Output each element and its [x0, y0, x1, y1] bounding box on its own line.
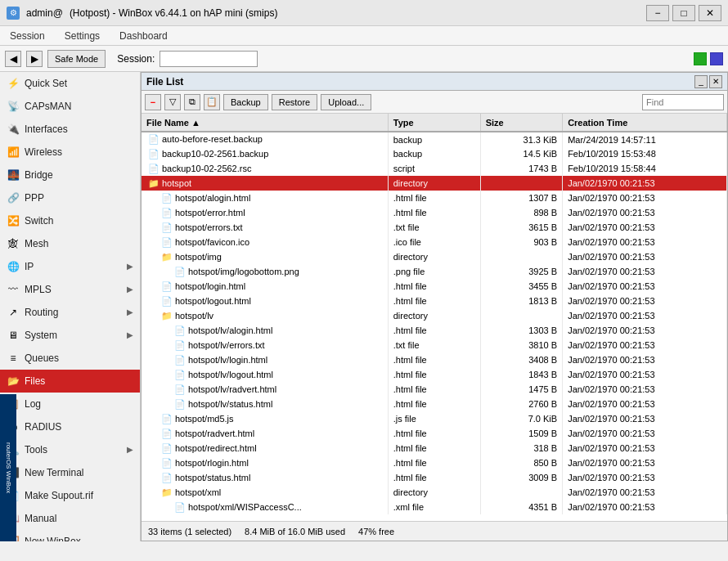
- folder-icon: 📁: [161, 311, 173, 321]
- file-time-cell: Jan/02/1970 00:21:53: [563, 294, 727, 308]
- table-row[interactable]: 📄hotspot/xml/WISPaccessC....xml file4351…: [142, 500, 727, 514]
- menu-dashboard[interactable]: Dashboard: [116, 29, 171, 43]
- sidebar-label-quick-set: Quick Set: [25, 78, 67, 89]
- sidebar-item-interfaces[interactable]: 🔌Interfaces: [0, 118, 140, 141]
- table-row[interactable]: 📄hotspot/lv/errors.txt.txt file3810 BJan…: [142, 338, 727, 352]
- file-time-cell: Jan/02/1970 00:21:53: [563, 352, 727, 367]
- routing-icon: ↗: [7, 306, 20, 319]
- sidebar-item-new-winbox[interactable]: 🪟New WinBox: [0, 530, 140, 541]
- table-row[interactable]: 📄hotspot/favicon.ico.ico file903 BJan/02…: [142, 235, 727, 249]
- table-row[interactable]: 📄backup10-02-2561.backupbackup14.5 KiBFe…: [142, 146, 727, 161]
- maximize-button[interactable]: □: [672, 5, 695, 21]
- restore-button[interactable]: Restore: [272, 94, 318, 110]
- filter-button[interactable]: ▽: [164, 94, 181, 110]
- panel-close[interactable]: ✕: [709, 75, 722, 88]
- table-row[interactable]: 📄hotspot/lv/logout.html.html file1843 BJ…: [142, 367, 727, 382]
- table-row[interactable]: 📄hotspot/lv/status.html.html file2760 BJ…: [142, 397, 727, 411]
- file-time-cell: Jan/02/1970 00:21:53: [563, 176, 727, 191]
- table-row[interactable]: 📁hotspot/xmldirectoryJan/02/1970 00:21:5…: [142, 485, 727, 500]
- sidebar-item-make-supout[interactable]: 📄Make Supout.rif: [0, 484, 140, 507]
- table-row[interactable]: 📄hotspot/lv/login.html.html file3408 BJa…: [142, 352, 727, 367]
- file-name-text: backup10-02-2561.backup: [162, 149, 268, 159]
- col-header-time[interactable]: Creation Time: [563, 114, 727, 132]
- close-button[interactable]: ✕: [699, 5, 721, 21]
- sidebar-item-bridge[interactable]: 🌉Bridge: [0, 164, 140, 186]
- sidebar-item-capsman[interactable]: 📡CAPsMAN: [0, 95, 140, 118]
- file-time-cell: Feb/10/2019 15:58:44: [563, 161, 727, 176]
- col-header-name[interactable]: File Name ▲: [142, 114, 388, 132]
- col-header-type[interactable]: Type: [388, 114, 480, 132]
- sidebar-item-mesh[interactable]: 🕸Mesh: [0, 232, 140, 255]
- sidebar-item-log[interactable]: 📋Log: [0, 393, 140, 415]
- file-name-text: hotspot/login.html: [175, 281, 245, 291]
- status-bar: 33 items (1 selected) 8.4 MiB of 16.0 Mi…: [142, 521, 727, 541]
- sidebar-item-mpls[interactable]: 〰MPLS▶: [0, 278, 140, 301]
- session-input[interactable]: [160, 51, 258, 67]
- file-name-text: hotspot/img/logobottom.png: [188, 267, 299, 276]
- sidebar-item-files[interactable]: 📂Files: [0, 370, 140, 393]
- sidebar-label-tools: Tools: [25, 444, 47, 456]
- sidebar-item-system[interactable]: 🖥System▶: [0, 324, 140, 347]
- table-row[interactable]: 📁hotspot/imgdirectoryJan/02/1970 00:21:5…: [142, 249, 727, 264]
- file-size-cell: 898 B: [480, 205, 562, 220]
- find-input[interactable]: [642, 94, 724, 110]
- back-button[interactable]: ◀: [5, 51, 21, 67]
- menu-session[interactable]: Session: [7, 29, 48, 43]
- safe-mode-button[interactable]: Safe Mode: [47, 50, 106, 68]
- table-row[interactable]: 📄backup10-02-2562.rscscript1743 BFeb/10/…: [142, 161, 727, 176]
- table-row[interactable]: 📄hotspot/rlogin.html.html file850 BJan/0…: [142, 456, 727, 470]
- routing-arrow: ▶: [127, 307, 133, 316]
- disk-usage: 8.4 MiB of 16.0 MiB used: [245, 527, 345, 536]
- file-time-cell: Jan/02/1970 00:21:53: [563, 411, 727, 426]
- file-name-text: hotspot/lv/logout.html: [188, 370, 273, 379]
- table-row[interactable]: 📄hotspot/login.html.html file3455 BJan/0…: [142, 279, 727, 294]
- file-size-cell: [480, 249, 562, 264]
- file-name-cell: 📄hotspot/login.html: [142, 279, 388, 294]
- table-row[interactable]: 📄hotspot/lv/alogin.html.html file1303 BJ…: [142, 323, 727, 338]
- sidebar-item-manual[interactable]: 📖Manual: [0, 507, 140, 530]
- menu-settings[interactable]: Settings: [61, 29, 103, 43]
- table-row[interactable]: 📄hotspot/alogin.html.html file1307 BJan/…: [142, 191, 727, 205]
- file-time-cell: Jan/02/1970 00:21:53: [563, 249, 727, 264]
- file-table: File Name ▲ Type Size Creation Time 📄aut…: [142, 114, 727, 521]
- table-row[interactable]: 📁hotspot/lvdirectoryJan/02/1970 00:21:53: [142, 308, 727, 323]
- table-row[interactable]: 📄hotspot/radvert.html.html file1509 BJan…: [142, 426, 727, 441]
- sidebar-item-wireless[interactable]: 📶Wireless: [0, 141, 140, 164]
- sidebar: ⚡Quick Set📡CAPsMAN🔌Interfaces📶Wireless🌉B…: [0, 72, 141, 541]
- table-row[interactable]: 📁hotspotdirectoryJan/02/1970 00:21:53: [142, 176, 727, 191]
- file-type-cell: backup: [388, 132, 480, 146]
- table-row[interactable]: 📄hotspot/errors.txt.txt file3615 BJan/02…: [142, 220, 727, 235]
- col-header-size[interactable]: Size: [480, 114, 562, 132]
- file-icon: 📄: [174, 355, 186, 365]
- table-row[interactable]: 📄hotspot/lv/radvert.html.html file1475 B…: [142, 382, 727, 397]
- file-type-cell: .html file: [388, 294, 480, 308]
- sidebar-item-new-terminal[interactable]: ⬛New Terminal: [0, 461, 140, 484]
- table-row[interactable]: 📄hotspot/redirect.html.html file318 BJan…: [142, 441, 727, 456]
- table-row[interactable]: 📄hotspot/img/logobottom.png.png file3925…: [142, 264, 727, 279]
- backup-button[interactable]: Backup: [223, 94, 268, 110]
- sidebar-item-queues[interactable]: ≡Queues: [0, 347, 140, 370]
- delete-button[interactable]: −: [145, 94, 161, 110]
- sidebar-item-routing[interactable]: ↗Routing▶: [0, 301, 140, 324]
- sidebar-item-tools[interactable]: 🔧Tools▶: [0, 438, 140, 461]
- upload-button[interactable]: Upload...: [321, 94, 371, 110]
- table-row[interactable]: 📄hotspot/md5.js.js file7.0 KiBJan/02/197…: [142, 411, 727, 426]
- table-row[interactable]: 📄auto-before-reset.backupbackup31.3 KiBM…: [142, 132, 727, 146]
- ppp-icon: 🔗: [7, 191, 20, 204]
- minimize-button[interactable]: −: [646, 5, 669, 21]
- sidebar-item-ppp[interactable]: 🔗PPP: [0, 186, 140, 209]
- paste-button[interactable]: 📋: [204, 94, 220, 110]
- copy-button[interactable]: ⧉: [184, 94, 200, 110]
- table-row[interactable]: 📄hotspot/status.html.html file3009 BJan/…: [142, 470, 727, 485]
- file-type-cell: .txt file: [388, 220, 480, 235]
- table-row[interactable]: 📄hotspot/error.html.html file898 BJan/02…: [142, 205, 727, 220]
- sidebar-item-switch[interactable]: 🔀Switch: [0, 209, 140, 232]
- panel-minimize[interactable]: _: [694, 75, 708, 88]
- forward-button[interactable]: ▶: [26, 51, 43, 67]
- folder-icon: 📁: [148, 178, 160, 188]
- file-time-cell: Jan/02/1970 00:21:53: [563, 500, 727, 514]
- sidebar-item-ip[interactable]: 🌐IP▶: [0, 255, 140, 278]
- sidebar-item-quick-set[interactable]: ⚡Quick Set: [0, 72, 140, 95]
- table-row[interactable]: 📄hotspot/logout.html.html file1813 BJan/…: [142, 294, 727, 308]
- sidebar-item-radius[interactable]: ◎RADIUS: [0, 415, 140, 438]
